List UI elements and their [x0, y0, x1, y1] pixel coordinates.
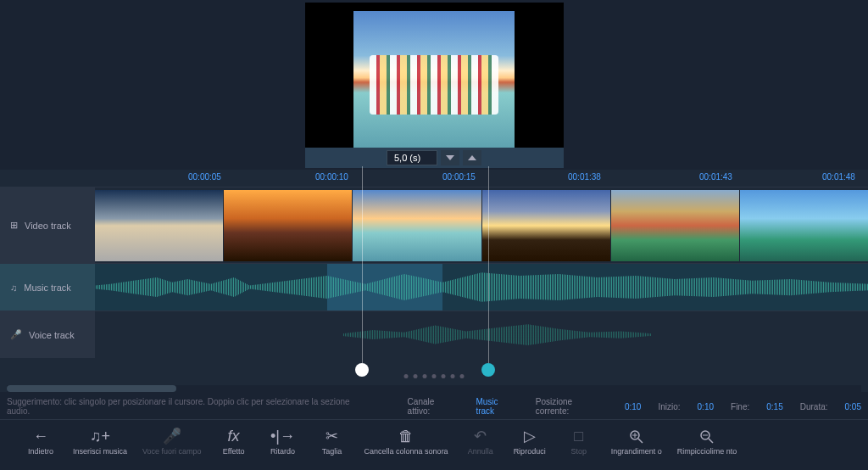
ruler-tick: 00:00:15 — [442, 172, 476, 182]
voice-track-text: Voice track — [29, 330, 75, 340]
delay-button[interactable]: •|→ Ritardo — [259, 424, 307, 460]
music-waveform — [95, 271, 868, 304]
video-clip[interactable] — [482, 190, 610, 261]
toolbar: ← Indietro ♫+ Inserisci musica 🎤 Voce fu… — [0, 419, 868, 463]
svg-line-1 — [638, 439, 643, 443]
video-clip[interactable] — [611, 190, 739, 261]
duration-down-button[interactable] — [441, 150, 459, 165]
voiceover-label: Voce fuori campo — [142, 448, 202, 456]
playhead-end[interactable] — [481, 363, 495, 377]
voiceover-button: 🎤 Voce fuori campo — [136, 424, 209, 460]
stop-label: Stop — [570, 448, 587, 456]
music-track-label[interactable]: ♫ Music track — [0, 264, 95, 311]
video-clip[interactable] — [740, 190, 868, 261]
delay-label: Ritardo — [270, 448, 295, 456]
delete-soundtrack-button[interactable]: 🗑 Cancella colonna sonora — [358, 424, 455, 460]
effect-label: Effetto — [223, 448, 245, 456]
scrollbar-thumb[interactable] — [7, 385, 176, 392]
fine-value: 0:15 — [766, 402, 782, 411]
stop-icon: □ — [574, 428, 583, 446]
video-clip[interactable] — [224, 190, 352, 261]
delete-label: Cancella colonna sonora — [364, 448, 448, 456]
duration-input[interactable] — [387, 150, 437, 165]
hint-text: Suggerimento: clic singolo per posiziona… — [7, 397, 374, 416]
zoom-out-label: Rimpicciolime nto — [677, 448, 737, 456]
canale-value: Music track — [476, 397, 518, 416]
music-track-content[interactable] — [95, 264, 868, 311]
play-button[interactable]: ▷ Riproduci — [506, 424, 554, 460]
video-track-label[interactable]: ⊞ Video track — [0, 187, 95, 263]
video-clip[interactable] — [95, 190, 223, 261]
preview-image — [353, 11, 515, 159]
durata-value: 0:05 — [845, 402, 861, 411]
arrow-left-icon: ← — [33, 428, 48, 446]
video-track-icon: ⊞ — [10, 220, 18, 231]
trash-icon: 🗑 — [398, 428, 414, 446]
scissors-icon: ✂ — [326, 428, 338, 446]
voice-waveform — [342, 323, 652, 347]
undo-icon: ↶ — [474, 428, 487, 446]
back-label: Indietro — [28, 448, 53, 456]
ruler-tick: 00:01:43 — [699, 172, 732, 182]
duration-bar — [305, 148, 564, 168]
play-icon: ▷ — [524, 428, 536, 446]
insert-music-label: Inserisci musica — [73, 448, 127, 456]
timeline-scrollbar[interactable] — [7, 385, 861, 392]
delay-icon: •|→ — [270, 428, 295, 446]
cut-button[interactable]: ✂ Taglia — [309, 424, 356, 460]
canale-label: Canale attivo: — [408, 397, 459, 416]
ruler-tick: 00:00:05 — [188, 172, 221, 182]
zoom-out-button[interactable]: Rimpicciolime nto — [670, 424, 744, 460]
inizio-label: Inizio: — [658, 402, 680, 411]
inizio-value: 0:10 — [698, 402, 714, 411]
back-button[interactable]: ← Indietro — [17, 424, 64, 460]
music-note-icon: ♫ — [10, 283, 17, 293]
ruler-tick: 00:01:38 — [568, 172, 601, 182]
zoom-in-label: Ingrandiment o — [611, 448, 662, 456]
cut-label: Taglia — [322, 448, 342, 456]
status-bar: Suggerimento: clic singolo per posiziona… — [0, 394, 868, 419]
stop-button: □ Stop — [555, 424, 603, 460]
fx-icon: fx — [228, 428, 240, 446]
voice-track-content[interactable] — [95, 311, 868, 358]
voice-track-row: 🎤 Voice track — [0, 311, 868, 358]
zoom-in-icon — [629, 428, 644, 446]
undo-label: Annulla — [468, 448, 493, 456]
video-track-text: Video track — [25, 221, 71, 231]
svg-line-5 — [709, 439, 713, 443]
undo-button: ↶ Annulla — [457, 424, 504, 460]
video-track-content[interactable] — [95, 187, 868, 263]
insert-music-button[interactable]: ♫+ Inserisci musica — [66, 424, 134, 460]
music-track-row: ♫ Music track — [0, 263, 868, 311]
timeline-ruler[interactable]: 00:00:05 00:00:10 00:00:15 00:01:38 00:0… — [0, 170, 868, 187]
preview-frame — [305, 3, 564, 168]
music-track-text: Music track — [24, 283, 71, 293]
pagination-dots — [404, 374, 465, 378]
durata-label: Durata: — [800, 402, 828, 411]
ruler-tick: 00:00:10 — [315, 172, 348, 182]
playhead-area — [0, 358, 868, 383]
music-add-icon: ♫+ — [90, 428, 110, 446]
timeline: 00:00:05 00:00:10 00:00:15 00:01:38 00:0… — [0, 170, 868, 392]
posizione-value: 0:10 — [625, 402, 641, 411]
zoom-out-icon — [699, 428, 715, 446]
play-label: Riproduci — [514, 448, 546, 456]
duration-up-button[interactable] — [463, 150, 481, 165]
microphone-icon: 🎤 — [163, 428, 181, 446]
microphone-icon: 🎤 — [10, 329, 22, 340]
playhead-start[interactable] — [355, 363, 369, 377]
posizione-label: Posizione corrente: — [536, 397, 608, 416]
fine-label: Fine: — [731, 402, 749, 411]
effect-button[interactable]: fx Effetto — [210, 424, 258, 460]
ruler-tick: 00:01:48 — [822, 172, 855, 182]
zoom-in-button[interactable]: Ingrandiment o — [604, 424, 669, 460]
video-clip[interactable] — [353, 190, 481, 261]
video-track-row: ⊞ Video track — [0, 187, 868, 263]
voice-track-label[interactable]: 🎤 Voice track — [0, 311, 95, 358]
preview-area — [0, 0, 868, 170]
